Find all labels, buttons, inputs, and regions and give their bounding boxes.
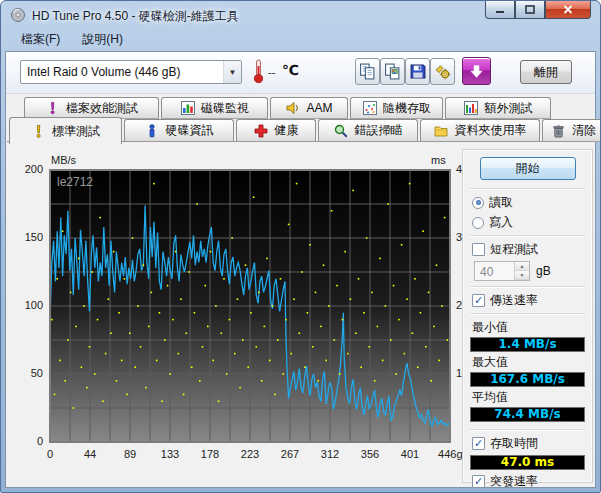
tab-label: 檔案效能測試 bbox=[66, 100, 138, 117]
maximize-button[interactable] bbox=[515, 0, 545, 19]
window-buttons bbox=[485, 0, 591, 19]
x-tick: 44 bbox=[84, 448, 96, 460]
close-button[interactable] bbox=[545, 0, 591, 19]
max-value: 167.6 MB/s bbox=[470, 372, 585, 387]
x-tick: 223 bbox=[241, 448, 259, 460]
y-left-tick: 150 bbox=[9, 231, 43, 243]
minimize-button[interactable] bbox=[485, 0, 515, 19]
tab-extra-tests[interactable]: 額外測試 bbox=[445, 97, 551, 119]
app-window: HD Tune Pro 4.50 - 硬碟檢測-維護工具 檔案(F) 說明(H)… bbox=[0, 0, 601, 493]
capacity-stepper[interactable]: 40 ▲▼ bbox=[474, 261, 530, 281]
exclamation-yellow-icon bbox=[31, 124, 46, 139]
tab-error-scan[interactable]: 錯誤掃瞄 bbox=[318, 119, 418, 142]
burst-rate-row[interactable]: ✓ 突發速率 bbox=[472, 473, 585, 490]
transfer-rate-row[interactable]: ✓ 傳送速率 bbox=[472, 292, 585, 309]
access-time-checkbox[interactable]: ✓ bbox=[472, 437, 485, 450]
write-radio-row[interactable]: 寫入 bbox=[472, 214, 585, 231]
read-radio-label: 讀取 bbox=[489, 194, 513, 211]
capacity-row: 40 ▲▼ gB bbox=[474, 261, 585, 281]
tab-folder-usage[interactable]: 資料夾使用率 bbox=[420, 119, 540, 142]
separator bbox=[470, 188, 585, 190]
tab-label: 硬碟資訊 bbox=[166, 122, 214, 139]
x-tick: 89 bbox=[124, 448, 136, 460]
copy-button[interactable] bbox=[355, 58, 380, 85]
bar-chart-icon bbox=[180, 101, 195, 116]
exit-button[interactable]: 離開 bbox=[520, 60, 572, 84]
app-icon bbox=[10, 7, 26, 23]
x-tick: 267 bbox=[281, 448, 299, 460]
options-icon bbox=[434, 63, 451, 80]
access-time-label: 存取時間 bbox=[490, 435, 538, 452]
tab-label: 標準測試 bbox=[52, 123, 100, 140]
svg-text:le2712: le2712 bbox=[57, 175, 93, 189]
x-tick: 133 bbox=[161, 448, 179, 460]
short-stroke-row[interactable]: 短程測試 bbox=[472, 241, 585, 258]
x-tick: 356 bbox=[361, 448, 379, 460]
tab-disk-info[interactable]: 硬碟資訊 bbox=[124, 119, 234, 142]
tab-label: 健康 bbox=[275, 122, 299, 139]
y-left-tick: 200 bbox=[9, 163, 43, 175]
short-stroke-label: 短程測試 bbox=[490, 241, 538, 258]
client-area: Intel Raid 0 Volume (446 gB) ▼ -- ℃ bbox=[5, 51, 596, 488]
thermometer-icon bbox=[253, 58, 264, 87]
chevron-down-icon[interactable]: ▼ bbox=[223, 61, 241, 83]
tab-erase[interactable]: 清除 bbox=[542, 119, 601, 142]
tab-label: 隨機存取 bbox=[383, 100, 431, 117]
tab-label: 清除 bbox=[572, 122, 596, 139]
min-value: 1.4 MB/s bbox=[470, 337, 585, 352]
magnifier-icon bbox=[334, 123, 349, 138]
screenshot-icon bbox=[384, 63, 401, 80]
tabs-area: 檔案效能測試 磁碟監視 AAM 隨機存取 額外測試 bbox=[6, 94, 595, 142]
read-radio-row[interactable]: 讀取 bbox=[472, 194, 585, 211]
tab-label: 資料夾使用率 bbox=[455, 122, 527, 139]
folder-icon bbox=[434, 123, 449, 138]
temperature-unit: ℃ bbox=[282, 62, 299, 78]
x-tick: 178 bbox=[201, 448, 219, 460]
avg-label: 平均值 bbox=[472, 389, 585, 406]
exit-button-label: 離開 bbox=[534, 64, 558, 81]
transfer-rate-checkbox[interactable]: ✓ bbox=[472, 294, 485, 307]
tab-row-secondary: 檔案效能測試 磁碟監視 AAM 隨機存取 額外測試 bbox=[24, 97, 551, 119]
benchmark-plot-svg: le2712 bbox=[50, 170, 450, 442]
stepper-buttons[interactable]: ▲▼ bbox=[514, 262, 529, 280]
save-icon bbox=[409, 63, 426, 80]
window-title: HD Tune Pro 4.50 - 硬碟檢測-維護工具 bbox=[32, 8, 239, 25]
menu-help[interactable]: 說明(H) bbox=[72, 28, 133, 52]
maximize-icon bbox=[525, 5, 535, 14]
tab-health[interactable]: 健康 bbox=[236, 119, 316, 142]
tab-standard-test[interactable]: 標準測試 bbox=[9, 117, 122, 144]
start-button[interactable]: 開始 bbox=[480, 157, 576, 180]
write-radio[interactable] bbox=[472, 217, 484, 229]
y-left-tick: 0 bbox=[9, 435, 43, 447]
read-radio[interactable] bbox=[472, 197, 484, 209]
short-stroke-checkbox[interactable] bbox=[472, 243, 485, 256]
x-tick: 0 bbox=[47, 448, 53, 460]
exclamation-purple-icon bbox=[45, 101, 60, 116]
y-left-axis-unit: MB/s bbox=[51, 154, 76, 166]
tab-random-access[interactable]: 隨機存取 bbox=[350, 97, 443, 119]
tab-file-benchmark[interactable]: 檔案效能測試 bbox=[24, 97, 159, 119]
write-radio-label: 寫入 bbox=[489, 214, 513, 231]
drive-select[interactable]: Intel Raid 0 Volume (446 gB) ▼ bbox=[20, 60, 242, 84]
separator bbox=[470, 429, 585, 431]
stepper-up-icon: ▲ bbox=[515, 262, 529, 271]
separator bbox=[470, 235, 585, 237]
info-icon bbox=[145, 123, 160, 138]
tab-aam[interactable]: AAM bbox=[270, 97, 348, 119]
access-time-value: 47.0 ms bbox=[470, 455, 585, 470]
menu-file[interactable]: 檔案(F) bbox=[11, 28, 70, 52]
tab-disk-monitor[interactable]: 磁碟監視 bbox=[161, 97, 268, 119]
titlebar[interactable]: HD Tune Pro 4.50 - 硬碟檢測-維護工具 bbox=[1, 1, 600, 29]
extra-chart-icon bbox=[464, 101, 479, 116]
scatter-dots-icon bbox=[362, 101, 377, 116]
update-download-button[interactable] bbox=[462, 57, 491, 85]
access-time-row[interactable]: ✓ 存取時間 bbox=[472, 435, 585, 452]
red-cross-icon bbox=[254, 123, 269, 138]
minimize-icon bbox=[495, 5, 505, 14]
burst-rate-checkbox[interactable]: ✓ bbox=[472, 475, 485, 488]
standard-test-panel: MB/s ms 200 150 100 50 0 40 30 20 10 0 4… bbox=[7, 141, 594, 486]
options-button[interactable] bbox=[430, 58, 455, 85]
speaker-icon bbox=[285, 101, 300, 116]
copy-screenshot-button[interactable] bbox=[380, 58, 405, 85]
save-button[interactable] bbox=[405, 58, 430, 85]
